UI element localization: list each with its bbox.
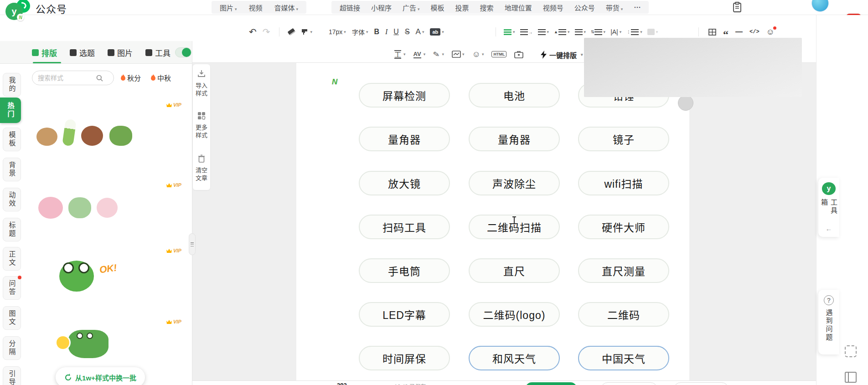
tab-layout[interactable]: 排版 — [32, 47, 57, 58]
sidebar-item-body[interactable]: 正文 — [3, 247, 21, 271]
tool-pill[interactable]: 时间屏保 — [359, 346, 450, 370]
clear-article-button[interactable]: 清空文章 — [193, 154, 210, 182]
primary-action-button[interactable] — [525, 382, 577, 385]
menu-official-account[interactable]: 公众号 — [574, 3, 595, 12]
font-family-select[interactable]: 字体▾ — [352, 27, 368, 36]
import-style-button[interactable]: 导入样式 — [193, 70, 210, 97]
floating-circle-button[interactable] — [678, 95, 693, 111]
sticker-thumbnail-row[interactable] — [57, 327, 139, 364]
screenshot-icon[interactable] — [845, 345, 857, 357]
emoji-picker-icon[interactable]: ☺▾ — [472, 50, 484, 58]
font-color-button[interactable]: A▾ — [416, 27, 424, 36]
undo-icon[interactable]: ↶ — [249, 26, 257, 37]
tool-pill[interactable]: 中国天气 — [578, 346, 669, 370]
line-height-icon[interactable]: ⇅▾ — [591, 29, 605, 35]
collapse-arrow-icon[interactable]: ← — [826, 225, 832, 232]
sidebar-item-background[interactable]: 背景 — [3, 158, 21, 181]
hot-tag-autumn[interactable]: 秋分 — [120, 73, 141, 82]
underline-button[interactable]: U — [393, 28, 399, 36]
sticker-thumbnail-row[interactable] — [38, 197, 118, 219]
sidebar-item-animation[interactable]: 动效 — [3, 188, 21, 211]
tool-pill[interactable]: 直尺测量 — [578, 258, 669, 283]
search-input[interactable] — [38, 74, 93, 82]
yiban-logo[interactable]: yN — [5, 3, 23, 20]
sidebar-item-divider[interactable]: 分隔 — [3, 336, 21, 360]
highlight-button[interactable]: ab▾ — [430, 28, 444, 36]
sticker-thumbnail-row[interactable]: OK! — [59, 259, 141, 300]
menu-more[interactable]: ⋯ — [634, 3, 641, 11]
sidebar-item-template[interactable]: 模板 — [3, 128, 21, 151]
bold-button[interactable]: B — [374, 28, 379, 36]
list-icon[interactable]: ⋮▾ — [626, 29, 642, 35]
cjk-spacing-icon[interactable]: 工 — [394, 50, 401, 59]
tool-pill[interactable]: 放大镜 — [359, 171, 450, 195]
tool-pill[interactable]: 二维码 — [578, 302, 669, 327]
clipboard-icon[interactable] — [732, 2, 742, 13]
menu-commerce[interactable]: 带货▾ — [606, 3, 623, 12]
magic-pen-icon[interactable]: ✎ — [432, 49, 440, 59]
tab-tools[interactable]: 工具 — [145, 47, 170, 58]
horizontal-rule-icon[interactable]: — — [735, 28, 743, 36]
emoji-icon[interactable]: ☺ — [766, 28, 775, 36]
hot-tag-midautumn[interactable]: 中秋 — [150, 73, 171, 82]
plugin-toggle[interactable] — [175, 47, 191, 57]
secondary-action-button[interactable] — [601, 382, 657, 385]
blockquote-icon[interactable]: “ — [723, 27, 728, 36]
help-widget[interactable]: ? 遇到问题 — [818, 290, 839, 354]
tool-pill[interactable]: LED字幕 — [359, 302, 450, 327]
html-source-icon[interactable]: HTML — [491, 51, 506, 57]
sidebar-item-guide[interactable]: 引导 — [3, 366, 21, 385]
align-justify-icon[interactable]: ▾ — [575, 29, 586, 35]
format-painter-icon[interactable]: ▾ — [301, 28, 313, 36]
tool-pill[interactable]: 扫码工具 — [359, 215, 450, 239]
tool-pill[interactable]: 和风天气 — [469, 346, 560, 370]
panel-resize-handle[interactable] — [189, 233, 196, 255]
strikethrough-button[interactable]: S — [405, 28, 410, 36]
tool-pill[interactable]: 声波除尘 — [469, 171, 560, 195]
tool-pill[interactable]: 直尺 — [469, 258, 560, 283]
redo-icon[interactable]: ↷ — [263, 26, 270, 37]
sidebar-item-hot[interactable]: 热门 — [0, 98, 21, 123]
article-canvas[interactable]: N 屏幕检测 电池 铅锤 量角器 量角器 镜子 放大镜 声波除尘 wifi扫描 … — [296, 63, 689, 380]
menu-location[interactable]: 地理位置 — [505, 3, 532, 12]
shuffle-styles-button[interactable]: 从1w+样式中换一批 — [56, 367, 145, 385]
tool-pill[interactable]: 屏幕检测 — [359, 83, 450, 108]
style-search-box[interactable] — [32, 71, 114, 85]
sticker-thumbnail-row[interactable] — [36, 119, 132, 146]
toolbox-widget[interactable]: y 工具箱 ← — [818, 178, 839, 237]
italic-button[interactable]: I — [385, 28, 388, 36]
sidebar-item-mine[interactable]: 我的 — [3, 73, 21, 97]
toolbox-briefcase-icon[interactable] — [514, 51, 523, 58]
tool-pill[interactable]: 手电筒 — [359, 258, 450, 283]
table-icon[interactable] — [708, 29, 716, 36]
letter-spacing-icon[interactable]: |A|▾ — [610, 28, 621, 36]
tool-pill[interactable]: 量角器 — [469, 127, 560, 151]
sidebar-panel-icon[interactable] — [845, 372, 857, 383]
tab-topics[interactable]: 选题 — [70, 47, 95, 58]
menu-search[interactable]: 搜索 — [480, 3, 494, 12]
menu-vote[interactable]: 投票 — [455, 3, 469, 12]
more-styles-button[interactable]: 更多样式 — [193, 112, 210, 139]
word-spacing-icon[interactable]: AV — [413, 51, 421, 58]
tool-pill[interactable]: 量角器 — [359, 127, 450, 151]
tool-pill[interactable]: 镜子 — [578, 127, 669, 151]
menu-video[interactable]: 视频 — [249, 3, 263, 12]
sidebar-item-imagetext[interactable]: 图文 — [3, 306, 21, 330]
menu-template[interactable]: 模板 — [431, 3, 444, 12]
chart-image-icon[interactable]: ▾ — [452, 51, 465, 58]
menu-hyperlink[interactable]: 超链接 — [340, 3, 360, 12]
menu-ad[interactable]: 广告▾ — [403, 3, 420, 12]
font-size-select[interactable]: 17px▾ — [329, 28, 346, 36]
menu-image[interactable]: 图片▾ — [220, 3, 237, 12]
menu-channels[interactable]: 视频号 — [543, 3, 563, 12]
tool-pill[interactable]: 硬件大师 — [578, 215, 669, 239]
style-lines-icon[interactable]: ▾ — [504, 29, 515, 35]
menu-audio-media[interactable]: 音媒体▾ — [274, 3, 299, 12]
tool-pill[interactable]: 电池 — [469, 83, 560, 108]
indent-left-icon[interactable]: ▾ — [538, 29, 549, 35]
tool-pill[interactable]: 二维码(logo) — [469, 302, 560, 327]
code-icon[interactable]: </> — [749, 29, 760, 35]
sidebar-item-heading[interactable]: 标题 — [3, 218, 21, 241]
indent-right-icon[interactable]: → — [520, 29, 533, 35]
eraser-icon[interactable] — [288, 30, 295, 34]
